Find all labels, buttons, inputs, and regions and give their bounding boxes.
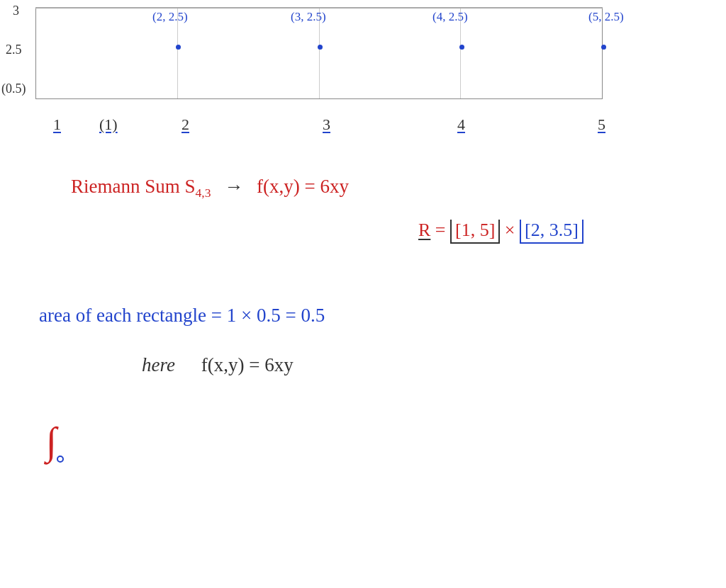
dot-1 xyxy=(176,45,181,50)
dot-3 xyxy=(459,45,464,50)
arrow: → xyxy=(224,176,243,197)
grid-col-4 xyxy=(461,8,602,98)
h-line-2-5 xyxy=(35,7,603,9)
y-label-0-5: (0.5) xyxy=(1,81,26,96)
riemann-text: Riemann Sum S xyxy=(71,176,196,197)
bracket-1-5: [1, 5] xyxy=(450,220,500,244)
main-canvas: 3 2.5 (0.5) (2, 2.5) (3, 2.5) (4, 2.5) (… xyxy=(0,0,726,588)
here-text: here xyxy=(142,354,175,375)
times: × xyxy=(505,220,520,240)
x-label-1-paren: (1) xyxy=(99,115,118,134)
x-label-3: 3 xyxy=(323,115,330,134)
region-line: R = [1, 5] × [2, 3.5] xyxy=(418,220,583,244)
coord-2-2-5: (2, 2.5) xyxy=(152,10,188,24)
y-label-3: 3 xyxy=(13,4,19,18)
bracket-2-35: [2, 3.5] xyxy=(520,220,583,244)
x-label-5: 5 xyxy=(598,115,605,134)
coord-5-2-5: (5, 2.5) xyxy=(588,10,624,24)
here-line: here f(x,y) = 6xy xyxy=(142,354,294,376)
dot-2 xyxy=(318,45,323,50)
x-label-2: 2 xyxy=(182,115,189,134)
coord-4-2-5: (4, 2.5) xyxy=(432,10,468,24)
area-line: area of each rectangle = 1 × 0.5 = 0.5 xyxy=(39,305,325,327)
integral-symbol: ∫ xyxy=(46,422,57,460)
y-label-2-5: 2.5 xyxy=(6,43,22,57)
coord-3-2-5: (3, 2.5) xyxy=(291,10,326,24)
here-func: f(x,y) = 6xy xyxy=(201,354,294,375)
x-label-4: 4 xyxy=(457,115,465,134)
area-text: area of each rectangle = 1 × 0.5 = 0.5 xyxy=(39,305,325,326)
riemann-func: f(x,y) = 6xy xyxy=(257,176,349,197)
x-label-1: 1 xyxy=(53,115,61,134)
riemann-subscript: 4,3 xyxy=(196,186,211,200)
r-label: R xyxy=(418,220,430,240)
integral-dot xyxy=(57,456,64,463)
equals: = xyxy=(430,220,450,240)
dot-4 xyxy=(601,45,606,50)
riemann-sum-line: Riemann Sum S4,3 → f(x,y) = 6xy xyxy=(71,176,349,200)
